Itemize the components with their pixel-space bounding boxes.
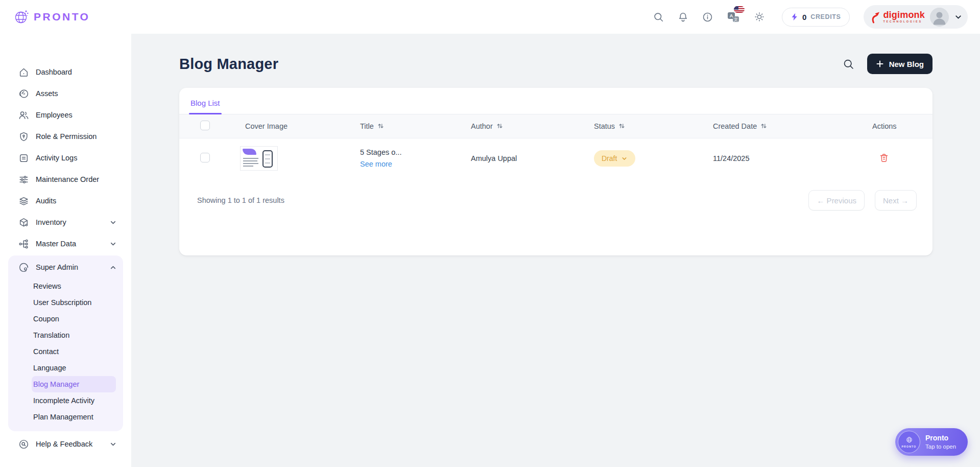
column-header-title[interactable]: Title: [348, 114, 460, 138]
org-name: digimonk: [883, 10, 925, 19]
sidebar-item-maintenance-order[interactable]: Maintenance Order: [0, 169, 131, 190]
column-header-status[interactable]: Status: [583, 114, 700, 138]
page-header: Blog Manager New Blog: [179, 53, 933, 75]
subitem-label: Translation: [33, 331, 69, 339]
header-label: Actions: [872, 122, 897, 130]
cover-image-graphic: [243, 149, 256, 155]
chevron-down-icon: [109, 219, 117, 226]
sort-icon[interactable]: [618, 123, 625, 129]
logs-icon: [18, 153, 29, 164]
sidebar-subitem-reviews[interactable]: Reviews: [32, 278, 116, 294]
see-more-link[interactable]: See more: [360, 160, 392, 168]
credits-pill[interactable]: 0 CREDITS: [782, 8, 850, 27]
sidebar-item-label: Dashboard: [36, 68, 72, 76]
chevron-up-icon: [109, 264, 117, 271]
bolt-icon: [791, 13, 798, 21]
table-row: 5 Stages o... See more Amulya Uppal Draf…: [179, 138, 933, 179]
results-summary: Showing 1 to 1 of 1 results: [197, 196, 284, 204]
sidebar-subitem-incomplete-activity[interactable]: Incomplete Activity: [32, 392, 116, 409]
account-menu[interactable]: digimonk TECHNOLOGIES: [864, 5, 968, 29]
cover-image: [240, 146, 278, 171]
sidebar-item-label: Employees: [36, 111, 73, 119]
chat-widget-title: Pronto: [925, 434, 956, 443]
sidebar-subitem-plan-management[interactable]: Plan Management: [32, 409, 116, 425]
chat-widget-logo: PRONTO: [898, 431, 920, 453]
status-dropdown[interactable]: Draft: [594, 150, 635, 167]
row-checkbox[interactable]: [200, 153, 210, 162]
column-header-author[interactable]: Author: [460, 114, 583, 138]
sidebar-item-super-admin[interactable]: Super Admin: [8, 256, 123, 278]
delete-icon[interactable]: [878, 152, 890, 164]
sort-icon[interactable]: [496, 123, 503, 129]
main-content: Blog Manager New Blog: [131, 34, 980, 467]
tab-blog-list[interactable]: Blog List: [189, 99, 222, 114]
sort-icon[interactable]: [377, 123, 384, 129]
sidebar-subitem-language[interactable]: Language: [32, 360, 116, 376]
column-header-actions: Actions: [858, 114, 933, 138]
header-label: Status: [594, 122, 615, 130]
sidebar-item-label: Super Admin: [36, 263, 78, 271]
layers-icon: [18, 196, 29, 206]
select-all-checkbox[interactable]: [200, 121, 210, 130]
status-badge: Draft: [602, 154, 617, 162]
subitem-label: Reviews: [33, 282, 61, 290]
sidebar-item-audits[interactable]: Audits: [0, 190, 131, 212]
sidebar-subitem-user-subscription[interactable]: User Subscription: [32, 294, 116, 311]
sidebar-item-label: Assets: [36, 89, 58, 98]
sidebar-subitem-translation[interactable]: Translation: [32, 327, 116, 343]
sidebar-subitem-blog-manager[interactable]: Blog Manager: [32, 376, 116, 392]
column-header-cover-image: Cover Image: [230, 114, 348, 138]
sidebar-item-dashboard[interactable]: Dashboard: [0, 61, 131, 83]
sidebar-item-inventory[interactable]: Inventory: [0, 212, 131, 233]
svg-text:A: A: [730, 13, 733, 18]
pagination: Showing 1 to 1 of 1 results ← Previous N…: [179, 179, 933, 211]
theme-icon[interactable]: [754, 11, 765, 22]
subitem-label: Blog Manager: [33, 380, 79, 388]
info-icon[interactable]: [702, 12, 713, 22]
new-blog-label: New Blog: [889, 60, 924, 68]
sidebar-item-employees[interactable]: Employees: [0, 104, 131, 126]
sidebar-item-label: Inventory: [36, 218, 66, 226]
search-icon[interactable]: [653, 12, 664, 22]
subitem-label: Contact: [33, 347, 59, 356]
tabs: Blog List: [179, 88, 933, 114]
sort-icon[interactable]: [760, 123, 767, 129]
new-blog-button[interactable]: New Blog: [867, 54, 933, 74]
next-button[interactable]: Next →: [875, 190, 917, 211]
table-header-row: Cover Image Title: [179, 114, 933, 138]
super-admin-group: Super Admin Reviews User Subscription Co…: [8, 255, 123, 431]
brand-name: PRONTO: [34, 11, 90, 23]
sidebar-item-role-permission[interactable]: Role & Permission: [0, 126, 131, 147]
home-icon: [18, 67, 29, 78]
sidebar-subitem-coupon[interactable]: Coupon: [32, 311, 116, 327]
svg-text:文: 文: [734, 17, 738, 22]
sidebar-item-help-feedback[interactable]: Help & Feedback: [0, 433, 131, 455]
sidebar-item-master-data[interactable]: Master Data: [0, 233, 131, 254]
chat-widget[interactable]: PRONTO Pronto Tap to open: [895, 428, 968, 456]
header-label: Created Date: [713, 122, 757, 130]
sidebar-item-assets[interactable]: Assets: [0, 83, 131, 104]
sliders-icon: [18, 174, 29, 185]
subitem-label: Coupon: [33, 315, 59, 323]
chevron-down-icon[interactable]: [954, 13, 963, 21]
sidebar-item-label: Activity Logs: [36, 154, 77, 162]
box-icon: [18, 217, 29, 228]
bell-icon[interactable]: [678, 12, 688, 22]
translate-icon[interactable]: A 文: [727, 11, 740, 23]
users-icon: [18, 110, 29, 121]
sidebar-subitem-contact[interactable]: Contact: [32, 343, 116, 360]
sidebar: Dashboard Assets: [0, 34, 131, 467]
table-search-icon[interactable]: [842, 57, 855, 71]
sidebar-item-label: Master Data: [36, 240, 76, 248]
header-label: Title: [360, 122, 374, 130]
brand-logo[interactable]: PRONTO: [13, 9, 90, 25]
page-header-actions: New Blog: [842, 54, 933, 74]
avatar[interactable]: [930, 8, 949, 27]
super-admin-icon: [18, 262, 29, 273]
column-header-created-date[interactable]: Created Date: [700, 114, 858, 138]
blog-author: Amulya Uppal: [471, 154, 517, 162]
previous-button[interactable]: ← Previous: [808, 190, 865, 211]
chevron-down-icon: [109, 440, 117, 448]
sidebar-item-label: Audits: [36, 197, 56, 205]
sidebar-item-activity-logs[interactable]: Activity Logs: [0, 147, 131, 169]
